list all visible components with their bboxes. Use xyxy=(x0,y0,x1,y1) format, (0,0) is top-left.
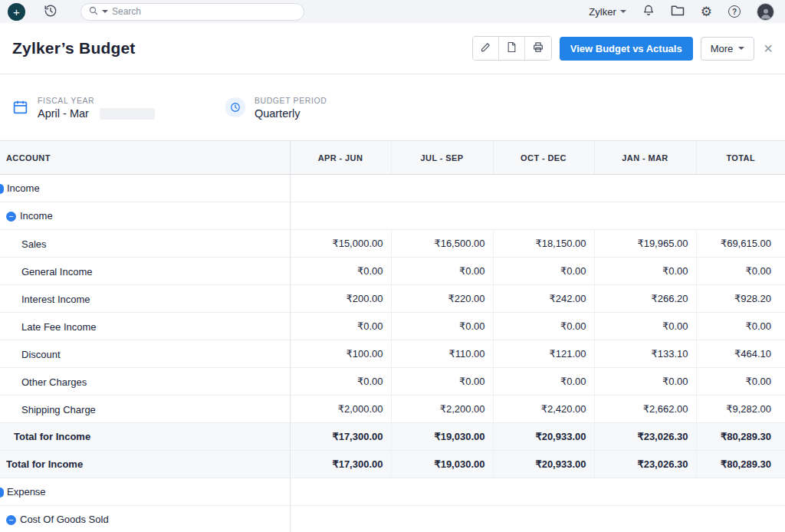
value-cell: ₹69,615.00 xyxy=(696,230,785,258)
more-label: More xyxy=(711,43,734,54)
export-pdf-button[interactable] xyxy=(499,37,525,60)
printer-icon xyxy=(532,41,544,55)
fiscal-year-block: FISCAL YEAR April - Mar xyxy=(12,96,155,120)
help-button[interactable]: ? xyxy=(728,5,741,18)
value-cell: ₹80,289.30 xyxy=(696,423,785,451)
account-label: Interest Income xyxy=(6,294,90,305)
value-cell: ₹0.00 xyxy=(696,258,785,285)
search-icon xyxy=(89,5,98,18)
value-cell-empty xyxy=(290,506,785,532)
view-budget-vs-actuals-button[interactable]: View Budget vs Actuals xyxy=(560,37,693,61)
budget-period-value: Quarterly xyxy=(255,107,301,120)
account-cell: Late Fee Income xyxy=(0,313,290,340)
value-cell: ₹0.00 xyxy=(696,313,785,340)
page-header: Zylker’s Budget View Budget vs Actuals M… xyxy=(0,23,785,74)
account-label: Sales xyxy=(6,238,47,250)
notifications-button[interactable] xyxy=(642,4,655,19)
account-label: Shipping Charge xyxy=(6,404,96,415)
value-cell: ₹464.10 xyxy=(696,340,785,368)
recent-history-button[interactable] xyxy=(44,4,57,20)
value-cell-empty xyxy=(290,175,785,202)
topbar-right: Zylker ⚙ ? xyxy=(589,3,777,21)
value-cell: ₹133.10 xyxy=(594,340,696,368)
table-row-item: Discount₹100.00₹110.00₹121.00₹133.10₹464… xyxy=(0,340,785,368)
clock-icon xyxy=(225,97,245,117)
account-cell: Total for Income xyxy=(0,451,290,478)
table-row-item: Sales₹15,000.00₹16,500.00₹18,150.00₹19,9… xyxy=(0,230,785,258)
value-cell: ₹20,933.00 xyxy=(493,423,594,451)
account-cell: Interest Income xyxy=(0,285,290,313)
close-button[interactable]: × xyxy=(764,41,773,56)
account-cell: Total for Income xyxy=(0,423,290,451)
value-cell: ₹0.00 xyxy=(391,313,493,340)
account-label: Total for Income xyxy=(14,432,90,443)
value-cell: ₹80,289.30 xyxy=(696,451,785,478)
fiscal-year-label: FISCAL YEAR xyxy=(38,96,155,105)
value-cell: ₹220.00 xyxy=(391,285,493,313)
account-cell: General Income xyxy=(0,258,290,285)
value-cell: ₹266.20 xyxy=(594,285,696,313)
value-cell: ₹23,026.30 xyxy=(594,423,696,451)
quick-create-button[interactable]: + xyxy=(8,3,25,21)
page-title: Zylker’s Budget xyxy=(12,39,136,57)
table-row-item: Other Charges₹0.00₹0.00₹0.00₹0.00₹0.00 xyxy=(0,368,785,396)
account-label: Total for Income xyxy=(6,459,83,471)
documents-button[interactable] xyxy=(671,5,685,18)
fiscal-year-value: April - Mar xyxy=(38,107,89,120)
account-label: Cost Of Goods Sold xyxy=(20,514,109,526)
value-cell: ₹0.00 xyxy=(391,258,493,285)
budget-period-label: BUDGET PERIOD xyxy=(255,96,327,105)
budget-meta: FISCAL YEAR April - Mar BUDGET PERIOD Qu… xyxy=(0,74,785,140)
org-switcher[interactable]: Zylker xyxy=(589,6,626,18)
account-label: General Income xyxy=(6,266,93,277)
search-scope-caret-icon[interactable] xyxy=(102,10,108,13)
value-cell: ₹928.20 xyxy=(696,285,785,313)
value-cell: ₹17,300.00 xyxy=(290,451,391,478)
plus-icon: + xyxy=(13,6,20,18)
account-cell: −Expense xyxy=(0,478,290,506)
account-cell: −Cost Of Goods Sold xyxy=(0,506,290,532)
value-cell: ₹0.00 xyxy=(594,313,696,340)
chevron-down-icon xyxy=(738,47,744,50)
value-cell: ₹2,000.00 xyxy=(290,396,391,423)
account-cell: Sales xyxy=(0,230,290,258)
more-button[interactable]: More xyxy=(701,37,755,61)
table-row-item: Late Fee Income₹0.00₹0.00₹0.00₹0.00₹0.00 xyxy=(0,313,785,340)
value-cell: ₹15,000.00 xyxy=(290,230,391,258)
value-cell: ₹19,965.00 xyxy=(594,230,696,258)
value-cell-empty xyxy=(290,478,785,506)
value-cell: ₹0.00 xyxy=(290,313,391,340)
collapse-icon[interactable]: − xyxy=(6,212,16,222)
user-avatar[interactable] xyxy=(757,3,774,21)
value-cell: ₹16,500.00 xyxy=(391,230,493,258)
global-search[interactable] xyxy=(80,3,304,21)
collapse-icon[interactable]: − xyxy=(0,488,4,498)
print-button[interactable] xyxy=(525,37,551,60)
bell-icon xyxy=(642,4,655,19)
table-row-group: −Expense xyxy=(0,478,785,506)
edit-button[interactable] xyxy=(473,37,499,60)
value-cell: ₹23,026.30 xyxy=(594,451,696,478)
account-label: Income xyxy=(20,211,53,222)
budget-period-block: BUDGET PERIOD Quarterly xyxy=(225,96,327,120)
account-label: Discount xyxy=(6,349,61,360)
settings-button[interactable]: ⚙ xyxy=(701,4,712,20)
org-name: Zylker xyxy=(589,6,616,18)
account-label: Late Fee Income xyxy=(6,321,97,333)
budget-table-header: ACCOUNT APR - JUN JUL - SEP OCT - DEC JA… xyxy=(0,141,785,175)
calendar-icon xyxy=(12,99,28,118)
account-label: Income xyxy=(7,183,40,195)
table-row-subgroup: −Income xyxy=(0,202,785,230)
value-cell: ₹17,300.00 xyxy=(290,423,391,451)
column-header-total: TOTAL xyxy=(696,141,785,175)
value-cell-empty xyxy=(290,202,785,230)
budget-table: ACCOUNT APR - JUN JUL - SEP OCT - DEC JA… xyxy=(0,140,785,532)
value-cell: ₹110.00 xyxy=(391,340,493,368)
collapse-icon[interactable]: − xyxy=(0,184,4,194)
collapse-icon[interactable]: − xyxy=(6,515,16,525)
table-row-subgroup: −Cost Of Goods Sold xyxy=(0,506,785,532)
value-cell: ₹0.00 xyxy=(290,368,391,396)
search-input[interactable] xyxy=(112,6,296,17)
value-cell: ₹18,150.00 xyxy=(493,230,594,258)
account-cell: Shipping Charge xyxy=(0,396,290,423)
